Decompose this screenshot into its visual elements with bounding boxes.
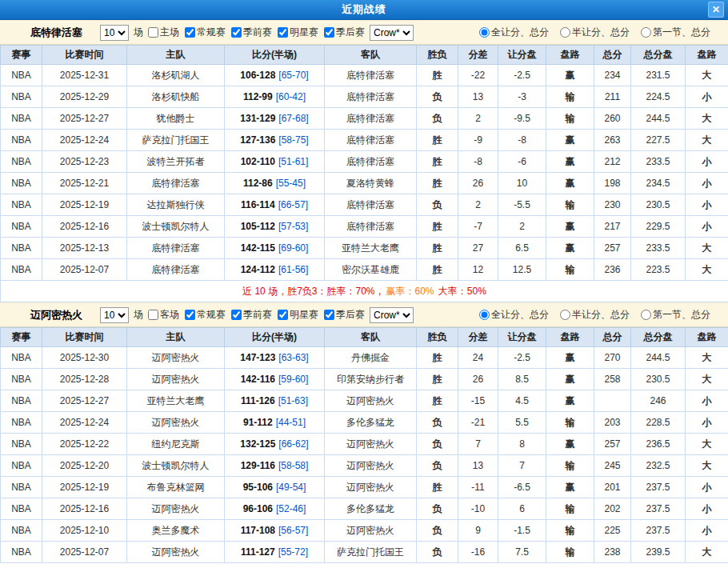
over-under-cell: 大	[686, 369, 728, 390]
score-cell: 96-106[52-46]	[225, 498, 325, 520]
result-cell: 负	[417, 86, 458, 108]
modal-title: 近期战绩	[342, 2, 386, 17]
radio-input[interactable]	[641, 310, 651, 320]
league-cell: NBA	[1, 542, 42, 563]
filter-checkbox[interactable]: 季前赛	[231, 308, 272, 322]
radio-input[interactable]	[479, 310, 490, 320]
half-score: [61-56]	[278, 264, 308, 275]
handicap-line-cell: -5.5	[498, 194, 546, 216]
score-cell: 112-86[55-45]	[225, 173, 325, 194]
full-score: 106-128	[240, 70, 275, 81]
point-diff-cell: -15	[458, 390, 498, 412]
filter-checkbox[interactable]: 主场	[148, 26, 179, 39]
half-score: [51-63]	[278, 395, 308, 406]
filter-checkbox[interactable]: 常规赛	[185, 26, 226, 39]
point-diff-cell: 26	[458, 369, 498, 390]
checkbox-input[interactable]	[324, 310, 334, 320]
game-row: NBA2025-12-28迈阿密热火142-116[59-60]印第安纳步行者胜…	[1, 369, 728, 390]
filter-checkbox[interactable]: 季后赛	[324, 308, 365, 322]
point-diff-cell: 7	[458, 434, 498, 455]
league-cell: NBA	[1, 347, 42, 369]
league-cell: NBA	[1, 498, 42, 520]
filter-checkbox[interactable]: 季前赛	[231, 26, 272, 39]
date-cell: 2025-12-16	[42, 498, 127, 520]
checkbox-input[interactable]	[185, 27, 195, 38]
home-team-cell: 迈阿密热火	[127, 369, 225, 390]
column-header: 胜负	[417, 328, 458, 347]
total-line-cell: 237.5	[631, 498, 686, 520]
result-cell: 负	[417, 455, 458, 477]
result-cell: 胜	[417, 369, 458, 390]
scope-radio[interactable]: 全让分、总分	[479, 308, 549, 322]
scope-radio[interactable]: 半让分、总分	[560, 26, 630, 39]
result-cell: 胜	[417, 347, 458, 369]
game-row: NBA2025-12-20波士顿凯尔特人129-116[58-58]迈阿密热火负…	[1, 455, 728, 477]
checkbox-input[interactable]	[278, 310, 288, 320]
close-button[interactable]: ✕	[708, 2, 724, 18]
total-line-cell: 236.5	[631, 434, 686, 455]
total-line-cell: 237.5	[631, 477, 686, 498]
result-cell: 胜	[417, 65, 458, 86]
score-cell: 117-108[56-57]	[225, 520, 325, 542]
full-score: 96-106	[243, 503, 273, 514]
handicap-result-cell: 赢	[546, 173, 594, 194]
league-cell: NBA	[1, 390, 42, 412]
full-score: 142-115	[241, 242, 275, 254]
filter-checkbox[interactable]: 常规赛	[185, 308, 226, 322]
games-count-select[interactable]: 10	[100, 307, 129, 323]
scope-radio[interactable]: 第一节、总分	[641, 26, 710, 39]
total-points-cell: 212	[594, 151, 631, 173]
checkbox-input[interactable]	[148, 27, 158, 38]
filter-checkbox[interactable]: 季后赛	[324, 26, 365, 39]
home-team-cell: 迈阿密热火	[127, 347, 225, 369]
radio-input[interactable]	[560, 310, 570, 320]
scope-radio[interactable]: 第一节、总分	[641, 308, 710, 322]
away-team-cell: 底特律活塞	[325, 65, 417, 86]
radio-input[interactable]	[479, 27, 490, 38]
game-row: NBA2025-12-19达拉斯独行侠116-114[66-57]底特律活塞负2…	[1, 194, 728, 216]
scope-radio[interactable]: 半让分、总分	[560, 308, 630, 322]
scope-radio[interactable]: 全让分、总分	[479, 26, 549, 39]
radio-input[interactable]	[641, 27, 651, 38]
checkbox-input[interactable]	[148, 310, 158, 320]
radio-input[interactable]	[560, 27, 570, 38]
column-header: 比分(半场)	[225, 46, 325, 65]
results-table: 赛事比赛时间主队比分(半场)客队胜负分差让分盘盘路总分总分盘盘路 NBA2025…	[0, 327, 728, 563]
total-points-cell: 260	[594, 108, 631, 130]
score-cell: 106-128[65-70]	[225, 65, 325, 86]
filter-bar: 底特律活塞 10 场 主场常规赛季前赛明星赛季后赛 Crow* 全让分、总分半让…	[0, 20, 728, 45]
over-under-cell: 大	[686, 542, 728, 563]
total-line-cell: 233.5	[631, 151, 686, 173]
team-section-1: 迈阿密热火 10 场 客场常规赛季前赛明星赛季后赛 Crow* 全让分、总分半让…	[0, 302, 728, 563]
point-diff-cell: 27	[458, 238, 498, 259]
game-row: NBA2025-12-24迈阿密热火91-112[44-51]多伦多猛龙负-21…	[1, 412, 728, 434]
checkbox-input[interactable]	[185, 310, 195, 320]
bookmaker-select[interactable]: Crow*	[370, 307, 414, 323]
point-diff-cell: -8	[458, 151, 498, 173]
column-header: 总分	[594, 328, 631, 347]
full-score: 95-106	[243, 482, 273, 493]
games-count-select[interactable]: 10	[100, 25, 129, 41]
total-points-cell: 257	[594, 238, 631, 259]
league-cell: NBA	[1, 434, 42, 455]
home-team-cell: 波特兰开拓者	[127, 151, 225, 173]
handicap-line-cell: -6.5	[498, 477, 546, 498]
home-team-cell: 底特律活塞	[127, 238, 225, 259]
half-score: [51-61]	[278, 156, 308, 167]
over-under-cell: 小	[686, 216, 728, 238]
filter-checkbox[interactable]: 客场	[148, 308, 179, 322]
filter-checkbox[interactable]: 明星赛	[278, 308, 318, 322]
home-team-cell: 奥兰多魔术	[127, 520, 225, 542]
checkbox-input[interactable]	[231, 27, 242, 38]
checkbox-input[interactable]	[324, 27, 334, 38]
bookmaker-select[interactable]: Crow*	[370, 25, 414, 41]
game-row: NBA2025-12-19布鲁克林篮网95-106[49-54]迈阿密热火胜-1…	[1, 477, 728, 498]
checkbox-input[interactable]	[231, 310, 242, 320]
result-cell: 胜	[417, 151, 458, 173]
handicap-result-cell: 赢	[546, 216, 594, 238]
date-cell: 2025-12-24	[42, 130, 127, 151]
checkbox-input[interactable]	[278, 27, 288, 38]
filter-checkbox-group: 主场常规赛季前赛明星赛季后赛	[148, 26, 365, 39]
date-cell: 2025-12-10	[42, 520, 127, 542]
filter-checkbox[interactable]: 明星赛	[278, 26, 318, 39]
